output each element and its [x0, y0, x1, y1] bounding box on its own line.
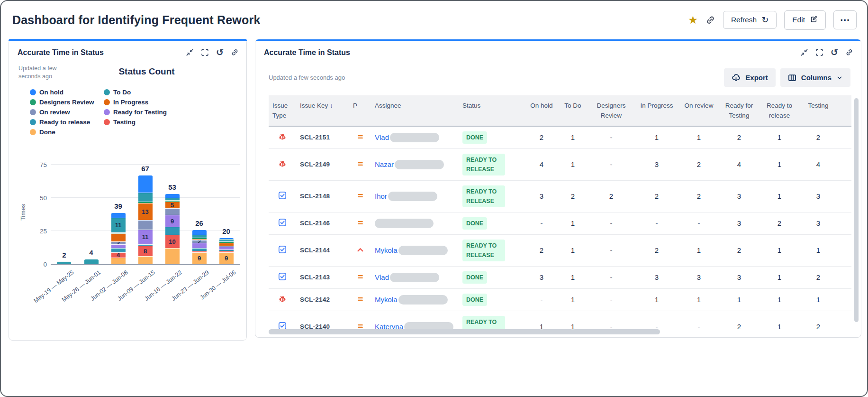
chart-bar[interactable]: 4211	[111, 212, 126, 264]
bar-segment[interactable]: 10	[165, 235, 180, 248]
issue-key-cell[interactable]: SCL-2143	[296, 266, 349, 288]
column-header-on-hold[interactable]: On hold	[525, 95, 558, 126]
bar-segment[interactable]: 9	[165, 215, 180, 227]
more-actions-button[interactable]: ⋯	[833, 10, 857, 29]
status-time-cell: 2	[800, 126, 837, 149]
legend-dot-icon	[30, 99, 36, 105]
chart-bar[interactable]: 9	[219, 238, 234, 264]
assignee-link[interactable]: Mykola	[375, 295, 398, 304]
bar-segment[interactable]: 11	[138, 230, 153, 244]
chart-bar[interactable]	[84, 259, 99, 264]
column-header-to-do[interactable]: To Do	[558, 95, 588, 126]
bar-segment[interactable]: 4	[111, 252, 126, 258]
legend-item[interactable]: To Do	[104, 87, 246, 97]
bar-segment[interactable]	[138, 220, 153, 230]
assignee-link[interactable]: Nazar	[375, 160, 394, 168]
panel-refresh-icon[interactable]: ↺	[216, 48, 224, 57]
issue-key-cell[interactable]: SCL-2142	[296, 288, 349, 311]
status-badge: DONE	[462, 294, 487, 306]
chart-bar[interactable]: 1095	[165, 194, 180, 264]
bar-segment[interactable]	[138, 175, 153, 192]
column-header-p[interactable]: P	[349, 95, 371, 126]
legend-item[interactable]: Ready for Testing	[104, 107, 246, 117]
bar-segment[interactable]	[111, 248, 126, 252]
collapse-icon[interactable]	[800, 48, 808, 56]
sort-desc-icon[interactable]: ↓	[328, 102, 333, 109]
chart-bar[interactable]: 92	[192, 230, 207, 264]
column-header-issue-type[interactable]: Issue Type	[269, 95, 296, 126]
columns-button[interactable]: Columns	[780, 68, 850, 87]
column-header-in-progress[interactable]: In Progress	[635, 95, 678, 126]
panel-link-icon[interactable]	[231, 48, 239, 56]
export-button[interactable]: Export	[724, 68, 776, 87]
issue-key-cell[interactable]: SCL-2146	[296, 212, 349, 234]
issue-key-cell[interactable]: SCL-2151	[296, 126, 349, 149]
bar-segment[interactable]	[138, 193, 153, 202]
column-header-on-review[interactable]: On review	[678, 95, 719, 126]
bar-segment[interactable]: 9	[219, 252, 234, 264]
legend-item[interactable]: Designers Review	[30, 97, 104, 107]
issue-key-cell[interactable]: SCL-2144	[296, 234, 349, 266]
status-time-cell: 1	[759, 266, 800, 288]
bar-segment[interactable]	[111, 258, 126, 264]
status-time-cell: 2	[719, 311, 759, 333]
bar-segment[interactable]	[84, 259, 99, 264]
bar-segment[interactable]: 5	[165, 202, 180, 208]
chart-panel: Accurate Time in Status ↺ Updated a few …	[9, 39, 247, 341]
legend-item[interactable]: On review	[30, 107, 104, 117]
legend-label: To Do	[113, 89, 131, 96]
legend-item[interactable]: Testing	[104, 117, 246, 127]
collapse-icon[interactable]	[186, 48, 194, 56]
bar-segment[interactable]: 13	[138, 203, 153, 220]
panel-link-icon[interactable]	[845, 48, 853, 56]
assignee-link[interactable]: Ihor	[375, 192, 387, 200]
legend-item[interactable]: Done	[30, 127, 104, 137]
dashboard-window: Dashboard for Identifying Frequent Rewor…	[0, 0, 868, 397]
column-header-ready-for-testing[interactable]: Ready for Testing	[719, 95, 759, 126]
horizontal-scrollbar[interactable]	[269, 329, 660, 334]
bar-segment[interactable]: 8	[138, 246, 153, 256]
edit-button[interactable]: Edit	[784, 10, 826, 30]
bug-icon	[278, 295, 287, 303]
legend-item[interactable]: Ready to release	[30, 117, 104, 127]
bar-segment[interactable]	[165, 194, 180, 197]
assignee-link[interactable]: Mykola	[375, 246, 398, 254]
column-header-testing[interactable]: Testing	[800, 95, 837, 126]
column-header-designers-review[interactable]: Designers Review	[588, 95, 635, 126]
legend-item[interactable]: In Progress	[104, 97, 246, 107]
issue-key-cell[interactable]: SCL-2148	[296, 180, 349, 212]
bar-segment[interactable]	[165, 208, 180, 215]
bar-segment[interactable]: 9	[192, 252, 207, 264]
bar-segment[interactable]	[57, 261, 71, 264]
chart-bar[interactable]	[57, 261, 71, 264]
legend-label: Testing	[113, 119, 136, 126]
bar-segment[interactable]	[138, 256, 153, 264]
chart-bar[interactable]: 81113	[138, 175, 153, 264]
column-header-assignee[interactable]: Assignee	[371, 95, 459, 126]
bar-segment[interactable]: 11	[111, 218, 126, 232]
bar-segment[interactable]	[165, 227, 180, 235]
column-header-issue-key[interactable]: Issue Key ↓	[296, 95, 349, 126]
refresh-button[interactable]: Refresh ↻	[723, 11, 777, 29]
fullscreen-icon[interactable]	[201, 48, 209, 56]
y-tick-label: 50	[29, 194, 47, 202]
status-time-cell: 1	[759, 180, 800, 212]
bar-segment[interactable]	[111, 212, 126, 218]
y-tick-label: 0	[29, 261, 47, 268]
bar-segment[interactable]	[192, 243, 207, 248]
panel-refresh-icon[interactable]: ↺	[831, 48, 838, 57]
column-header-ready-to-release[interactable]: Ready to release	[759, 95, 800, 126]
bar-segment[interactable]	[111, 233, 126, 241]
vertical-scrollbar[interactable]	[854, 98, 859, 322]
issue-key-cell[interactable]: SCL-2149	[296, 148, 349, 180]
bar-segment[interactable]	[111, 244, 126, 248]
legend-item[interactable]: On hold	[30, 87, 104, 97]
assignee-link[interactable]: Vlad	[375, 273, 389, 281]
fullscreen-icon[interactable]	[815, 48, 823, 56]
assignee-link[interactable]: Vlad	[375, 133, 389, 141]
bar-segment[interactable]	[192, 230, 207, 235]
bar-segment[interactable]	[165, 248, 180, 264]
copy-link-icon[interactable]	[705, 15, 715, 25]
column-header-status[interactable]: Status	[459, 95, 525, 126]
favorite-star-icon[interactable]: ★	[688, 15, 698, 26]
